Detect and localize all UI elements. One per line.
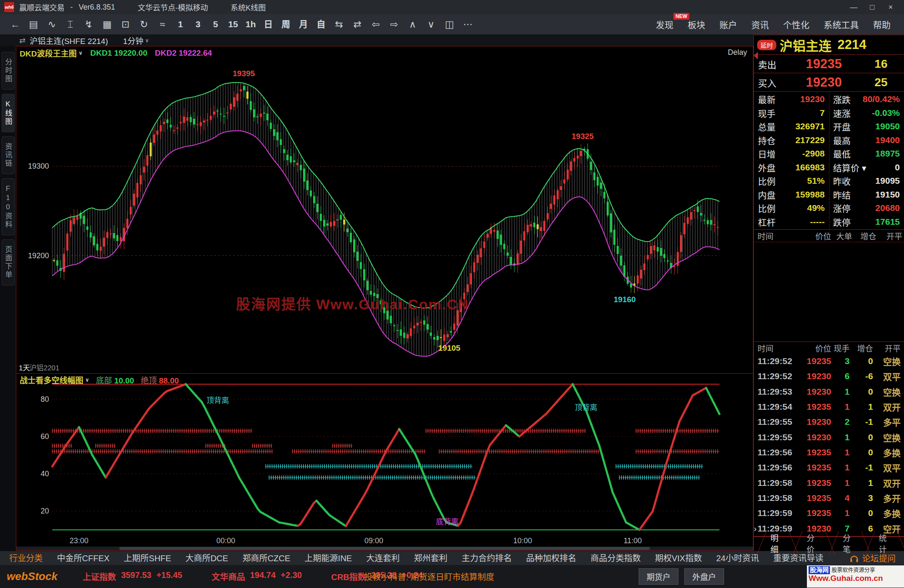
horizontal-scrollbar[interactable]: [16, 547, 753, 550]
stat-value: 19050: [851, 121, 900, 131]
detail-increase: -6: [850, 371, 873, 381]
account-button-外盘户[interactable]: 外盘户: [684, 568, 724, 585]
quote-name-row[interactable]: 延时 沪铝主连 2214: [754, 35, 904, 55]
period-button-月[interactable]: 月: [295, 15, 312, 34]
watermark-box: 股海网 股票软件资源分享 Www.Guhai.com.cn: [807, 565, 904, 588]
menu-系统工具[interactable]: 系统工具: [824, 18, 859, 31]
sidebar-item-分时图[interactable]: 分时图: [2, 52, 15, 90]
candlestick-icon[interactable]: ⌶: [61, 15, 80, 34]
price-annotation: 19395: [233, 69, 255, 78]
grid-layout-icon[interactable]: ▦: [98, 15, 116, 34]
nav-item-大商所DCE[interactable]: 大商所DCE: [185, 550, 229, 566]
sub-chart-canvas[interactable]: 80604020顶背离顶背离底背离23:0000:0009:0010:0011:…: [16, 374, 753, 550]
flash-kline-icon[interactable]: ↯: [80, 15, 98, 34]
menu-帮助[interactable]: 帮助: [873, 18, 891, 31]
menu-账户[interactable]: 账户: [719, 18, 737, 31]
compress-bars-icon[interactable]: ⇆: [330, 15, 348, 34]
main-indicator-selector[interactable]: DKD波段王主图 ∨: [20, 47, 83, 59]
minimize-icon[interactable]: —: [845, 3, 863, 12]
sidebar-item-K线图[interactable]: K线图: [2, 94, 15, 132]
save-icon[interactable]: ⊡: [116, 15, 135, 34]
nav-item-主力合约排名[interactable]: 主力合约排名: [461, 550, 513, 566]
scroll-up-icon[interactable]: ∧: [403, 15, 422, 34]
param-top: 绝顶 88.00: [141, 374, 179, 385]
sub-indicator-selector[interactable]: 战士看多空线幅图 ∨: [20, 374, 90, 385]
expand-bars-icon[interactable]: ⇄: [348, 15, 367, 34]
menu-发现[interactable]: 发现NEW: [656, 18, 673, 31]
sidebar-item-资讯链[interactable]: 资讯链: [2, 136, 15, 174]
menu-个性化[interactable]: 个性化: [783, 18, 809, 31]
table-row[interactable]: 11:29:56192351-1双平: [758, 460, 901, 475]
line-style-icon[interactable]: ≈: [153, 15, 172, 34]
account-button-期货户[interactable]: 期货户: [639, 568, 678, 585]
nav-item-24小时资讯[interactable]: 24小时资讯: [715, 550, 760, 566]
nav-item-期权VIX指数[interactable]: 期权VIX指数: [654, 550, 703, 566]
period-button-3[interactable]: 3: [189, 15, 207, 34]
detail-table-body[interactable]: 11:29:521923530空换11:29:52192306-6双平11:29…: [754, 354, 904, 537]
app-title: 赢顺云端交易: [19, 2, 64, 13]
period-button-1[interactable]: 1: [172, 15, 189, 34]
panel-tab-明细[interactable]: 明细: [760, 531, 796, 555]
close-icon[interactable]: ×: [881, 3, 900, 12]
nav-item-郑州套利[interactable]: 郑州套利: [413, 550, 448, 566]
table-row[interactable]: 11:29:531923010空换: [758, 384, 901, 399]
back-icon[interactable]: ←: [6, 15, 24, 34]
order-col-header: 大单: [831, 230, 852, 241]
chart-watermark: 股海网提供 Www.Guhai.Com.CN: [236, 296, 469, 312]
period-button-周[interactable]: 周: [277, 15, 295, 34]
nav-item-品种加权排名[interactable]: 品种加权排名: [525, 550, 577, 566]
education-tip[interactable]: 投教小科普: 期货逐日盯市结算制度: [364, 570, 494, 583]
nav-item-上期能源INE[interactable]: 上期能源INE: [304, 550, 353, 566]
ask-row[interactable]: 卖出 19235 16: [754, 55, 904, 73]
table-row[interactable]: 11:29:541923511双开: [758, 399, 901, 414]
table-row[interactable]: 11:29:561923510多换: [758, 445, 901, 460]
big-order-table-body[interactable]: [754, 242, 904, 342]
panel-tab-统计[interactable]: 统计: [868, 531, 904, 555]
nav-item-商品分类指数[interactable]: 商品分类指数: [590, 550, 642, 566]
table-row[interactable]: 11:29:521923530空换: [758, 354, 901, 369]
table-row[interactable]: 11:29:581923511双开: [758, 475, 901, 490]
sidebar-item-页面下单[interactable]: 页面下单: [2, 239, 15, 285]
menu-板块[interactable]: 板块: [688, 18, 705, 31]
sidebar-item-F10资料[interactable]: F10资料: [2, 178, 15, 235]
page-right-icon[interactable]: ⇨: [385, 15, 403, 34]
menu-资讯[interactable]: 资讯: [751, 18, 769, 31]
app-version: Ver6.8.351: [79, 3, 115, 12]
panel-tab-分价[interactable]: 分价: [796, 531, 832, 555]
main-chart[interactable]: DKD波段王主图 ∨ DKD1 19220.00 DKD2 19222.64 D…: [16, 46, 753, 374]
nav-item-上期所SHFE[interactable]: 上期所SHFE: [123, 550, 172, 566]
panel-tab-分笔[interactable]: 分笔: [832, 531, 868, 555]
period-button-自[interactable]: 自: [312, 15, 330, 34]
table-row[interactable]: 11:29:591923510多换: [758, 506, 901, 521]
app-logo-icon: wh6: [4, 2, 14, 12]
refresh-icon[interactable]: ↻: [135, 15, 153, 34]
detail-hand: 1: [831, 447, 850, 457]
nav-item-行业分类[interactable]: 行业分类: [8, 550, 44, 566]
period-selector[interactable]: 1分钟 ∨: [123, 35, 149, 46]
symbol-tab[interactable]: 沪铝主连(SHFE 2214): [30, 35, 108, 46]
scroll-down-icon[interactable]: ∨: [422, 15, 440, 34]
nav-item-郑商所CZCE[interactable]: 郑商所CZCE: [241, 550, 291, 566]
link-icon[interactable]: ⇄: [19, 36, 26, 45]
split-panel-icon[interactable]: ◫: [440, 15, 459, 34]
period-button-1h[interactable]: 1h: [242, 15, 259, 34]
nav-item-大连套利[interactable]: 大连套利: [365, 550, 401, 566]
more-icon[interactable]: ⋯: [459, 15, 477, 34]
period-button-日[interactable]: 日: [259, 15, 277, 34]
table-row[interactable]: 11:29:55192302-1多平: [758, 414, 901, 429]
detail-openclose: 多平: [873, 416, 901, 428]
scrollbar-thumb[interactable]: [119, 547, 650, 550]
quote-board-icon[interactable]: ▤: [24, 15, 43, 34]
sub-chart[interactable]: 战士看多空线幅图 ∨ 底部 10.00 绝顶 88.00 80604020顶背离…: [16, 374, 753, 550]
table-row[interactable]: 11:29:551923010空换: [758, 430, 901, 445]
trend-line-icon[interactable]: ∿: [43, 15, 61, 34]
page-left-icon[interactable]: ⇦: [367, 15, 385, 34]
bid-row[interactable]: 买入 19230 25: [754, 73, 904, 92]
table-row[interactable]: 11:29:52192306-6双平: [758, 369, 901, 384]
main-chart-canvas[interactable]: 1930019200股海网提供 Www.Guhai.Com.CN19395193…: [16, 46, 753, 374]
period-button-5[interactable]: 5: [207, 15, 224, 34]
nav-item-中金所CFFEX[interactable]: 中金所CFFEX: [56, 550, 110, 566]
restore-icon[interactable]: □: [863, 3, 881, 12]
period-button-15[interactable]: 15: [224, 15, 242, 34]
table-row[interactable]: 11:29:581923543多开: [758, 490, 901, 506]
